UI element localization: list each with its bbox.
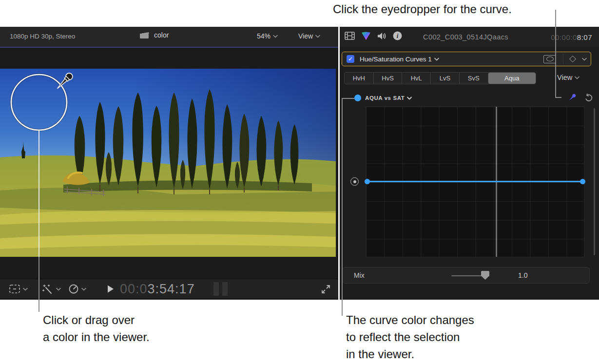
mix-value[interactable]: 1.0 <box>518 271 527 279</box>
landscape-image <box>0 69 336 257</box>
viewer-clip-name: color <box>154 31 169 39</box>
keyframe-diamond-icon[interactable] <box>569 56 576 62</box>
viewer-header: 1080p HD 30p, Stereo color 54% View <box>0 27 338 47</box>
chevron-down-icon <box>407 96 412 100</box>
curve-color-swatch <box>354 95 361 101</box>
video-frame[interactable] <box>0 69 336 257</box>
mix-label: Mix <box>354 271 365 279</box>
callout-line-curvecolor-vertical <box>342 98 343 316</box>
chevron-down-icon <box>56 287 61 291</box>
tab-aqua[interactable]: Aqua <box>488 73 536 84</box>
overlays-menu-button[interactable] <box>9 279 28 299</box>
viewer-zoom-menu[interactable]: 54% <box>257 32 278 40</box>
chevron-down-icon <box>23 287 28 291</box>
callout-viewer-line1: Click or drag over <box>43 311 150 328</box>
saturation-curve[interactable] <box>366 181 584 182</box>
callout-eyedropper-text: Click the eyedropper for the curve. <box>333 0 512 18</box>
magic-wand-icon <box>42 284 54 294</box>
correction-selector-row[interactable]: ✓ Hue/Saturation Curves 1 <box>342 52 591 66</box>
divider <box>563 54 563 64</box>
curve-eyedropper-button[interactable] <box>567 93 577 103</box>
clip-icon <box>139 31 150 39</box>
chevron-down-icon <box>434 57 439 61</box>
video-inspector-icon[interactable] <box>345 32 355 40</box>
curves-view-menu[interactable]: View <box>557 74 580 81</box>
mix-slider-thumb[interactable] <box>481 271 489 280</box>
curve-control-point[interactable] <box>580 179 585 184</box>
scrollbar[interactable] <box>594 108 595 255</box>
curve-reference-target-icon[interactable] <box>350 177 359 186</box>
chevron-down-icon <box>81 287 86 291</box>
correction-name-menu[interactable]: Hue/Saturation Curves 1 <box>360 56 439 63</box>
callout-line-eyedropper-vertical <box>555 10 556 98</box>
correction-enabled-checkbox[interactable]: ✓ <box>347 55 354 63</box>
color-inspector-panel: i C002_C003_0514JQaacs 00:00:08:07 ✓ Hue… <box>340 27 599 300</box>
callout-curve-line1: The curve color changes <box>346 311 474 328</box>
tab-hvh[interactable]: HvH <box>345 73 373 84</box>
tab-hvl[interactable]: HvL <box>402 73 430 84</box>
callout-line-eyedropper-elbow <box>555 97 561 98</box>
mask-icon[interactable] <box>543 55 556 63</box>
screenshot-root: Click the eyedropper for the curve. Clic… <box>0 0 599 364</box>
viewer-timecode[interactable]: 00:03:54:17 <box>120 279 195 299</box>
chevron-down-icon[interactable] <box>582 57 587 61</box>
callout-curve-color-text: The curve color changes to reflect the s… <box>346 311 474 363</box>
curve-header: AQUA vs SAT <box>340 92 599 104</box>
retime-menu-button[interactable] <box>68 279 86 299</box>
enhancements-menu-button[interactable] <box>42 279 61 299</box>
callout-line-curvecolor-elbow <box>342 98 354 99</box>
viewer-view-menu[interactable]: View <box>298 32 320 40</box>
viewer-format-label: 1080p HD 30p, Stereo <box>10 33 75 40</box>
curve-type-tabs: HvH HvS HvL LvS SvS Aqua <box>344 72 536 84</box>
audio-meter[interactable] <box>222 282 228 296</box>
callout-curve-line3: in the viewer. <box>346 345 474 363</box>
inspector-header: i C002_C003_0514JQaacs 00:00:08:07 <box>340 27 599 47</box>
callout-viewer-text: Click or drag over a color in the viewer… <box>43 311 150 345</box>
aqua-vs-sat-curve-editor[interactable] <box>366 106 584 257</box>
play-button[interactable] <box>107 279 115 299</box>
play-icon <box>107 285 115 293</box>
retime-gauge-icon <box>68 284 79 294</box>
curve-name-menu[interactable]: AQUA vs SAT <box>365 95 412 101</box>
fullscreen-button[interactable] <box>321 279 331 299</box>
chevron-down-icon <box>575 76 580 79</box>
frame-overlay-icon <box>9 284 20 294</box>
expand-icon <box>321 284 331 294</box>
timeline-separator <box>0 47 338 48</box>
viewer-panel: 1080p HD 30p, Stereo color 54% View <box>0 27 338 300</box>
mix-row: Mix 1.0 <box>342 267 590 284</box>
curve-control-point[interactable] <box>365 179 370 184</box>
audio-inspector-icon[interactable] <box>377 32 386 40</box>
inspector-timecode: 00:00:08:07 <box>551 33 592 41</box>
tab-svs[interactable]: SvS <box>459 73 488 84</box>
chevron-down-icon <box>273 35 278 38</box>
callout-curve-line2: to reflect the selection <box>346 328 474 345</box>
viewer-toolbar: 00:03:54:17 <box>0 279 338 298</box>
callout-line-viewer-lower <box>39 257 39 312</box>
reset-curve-button[interactable] <box>584 94 593 102</box>
color-inspector-tab-icon[interactable] <box>361 32 371 40</box>
audio-meter[interactable] <box>213 282 219 296</box>
callout-viewer-line2: a color in the viewer. <box>43 328 150 345</box>
clip-title: C002_C003_0514JQaacs <box>393 33 538 41</box>
callout-line-viewer-upper <box>39 130 39 257</box>
tab-lvs[interactable]: LvS <box>430 73 459 84</box>
chevron-down-icon <box>315 35 320 38</box>
tab-hvs[interactable]: HvS <box>373 73 402 84</box>
